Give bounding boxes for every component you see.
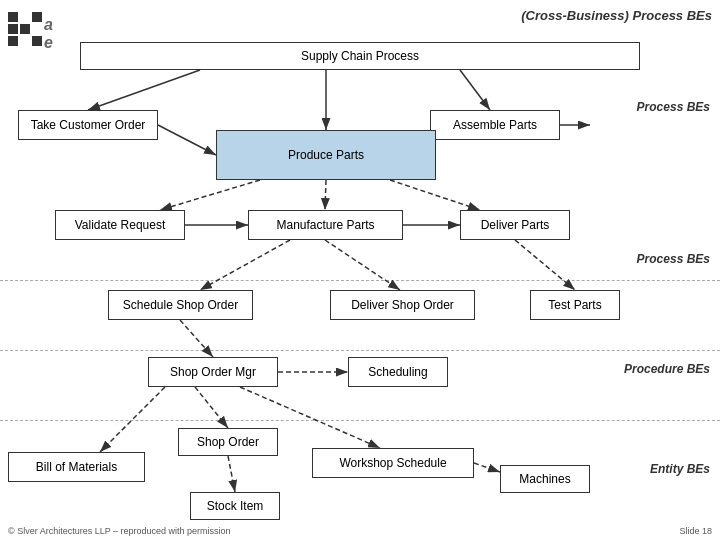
logo-cell: [20, 24, 30, 34]
svg-line-12: [200, 240, 290, 290]
validate-request-node: Validate Request: [55, 210, 185, 240]
svg-line-8: [325, 180, 326, 210]
footer: © Slver Architectures LLP – reproduced w…: [8, 526, 712, 536]
logo-cell: [20, 36, 30, 46]
logo-cell: [20, 12, 30, 22]
stock-item-node: Stock Item: [190, 492, 280, 520]
region-label-process-top: Process BEs: [637, 100, 710, 114]
logo: a e: [8, 8, 63, 53]
divider-process: [0, 280, 720, 281]
svg-line-7: [160, 180, 260, 210]
region-label-procedure: Procedure BEs: [624, 362, 710, 376]
svg-line-9: [390, 180, 480, 210]
shop-order-node: Shop Order: [178, 428, 278, 456]
schedule-shop-order-node: Schedule Shop Order: [108, 290, 253, 320]
take-customer-order-node: Take Customer Order: [18, 110, 158, 140]
footer-left: © Slver Architectures LLP – reproduced w…: [8, 526, 231, 536]
svg-line-20: [228, 456, 235, 492]
test-parts-node: Test Parts: [530, 290, 620, 320]
svg-line-13: [325, 240, 400, 290]
assemble-parts-node: Assemble Parts: [430, 110, 560, 140]
svg-line-15: [180, 320, 213, 357]
logo-cell: [32, 24, 42, 34]
bill-of-materials-node: Bill of Materials: [8, 452, 145, 482]
svg-line-14: [515, 240, 575, 290]
region-label-process-bottom: Process BEs: [637, 252, 710, 266]
logo-cell: [8, 36, 18, 46]
logo-cell: [8, 12, 18, 22]
workshop-schedule-node: Workshop Schedule: [312, 448, 474, 478]
deliver-parts-node: Deliver Parts: [460, 210, 570, 240]
logo-cell: [32, 36, 42, 46]
logo-grid: [8, 12, 63, 46]
deliver-shop-order-node: Deliver Shop Order: [330, 290, 475, 320]
page: a e (Cross-Business) Process BEs Supply …: [0, 0, 720, 540]
logo-text: a e: [44, 16, 53, 52]
scheduling-node: Scheduling: [348, 357, 448, 387]
region-label-entity: Entity BEs: [650, 462, 710, 476]
shop-order-mgr-node: Shop Order Mgr: [148, 357, 278, 387]
svg-line-2: [88, 70, 200, 110]
divider-entity: [0, 420, 720, 421]
svg-line-21: [474, 463, 500, 472]
svg-line-5: [158, 125, 216, 155]
produce-parts-node: Produce Parts: [216, 130, 436, 180]
machines-node: Machines: [500, 465, 590, 493]
svg-line-4: [460, 70, 490, 110]
footer-right: Slide 18: [679, 526, 712, 536]
logo-cell: [8, 24, 18, 34]
logo-cell: [32, 12, 42, 22]
manufacture-parts-node: Manufacture Parts: [248, 210, 403, 240]
supply-chain-box: Supply Chain Process: [80, 42, 640, 70]
page-title: (Cross-Business) Process BEs: [521, 8, 712, 23]
divider-procedure: [0, 350, 720, 351]
svg-line-17: [195, 387, 228, 428]
